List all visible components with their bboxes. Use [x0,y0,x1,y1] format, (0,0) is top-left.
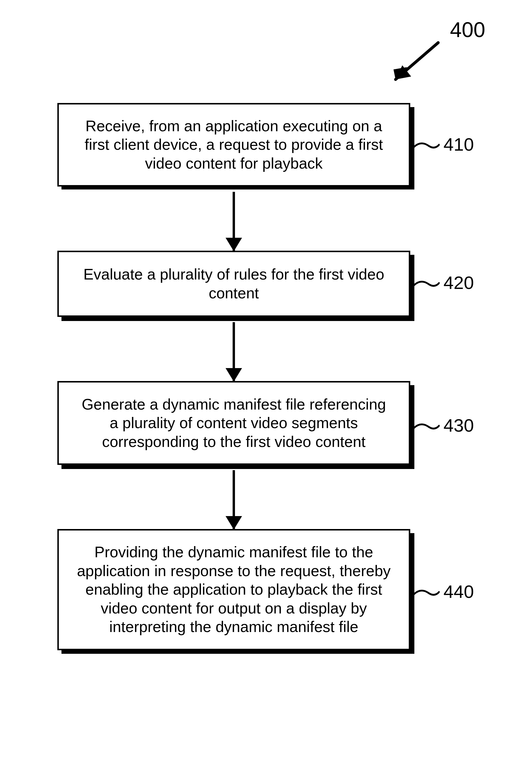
flow-step-box: Generate a dynamic manifest file referen… [57,381,410,465]
step-ref-label: 420 [443,272,474,293]
flow-step-box: Evaluate a plurality of rules for the fi… [57,251,410,317]
arrowhead-down-icon [226,368,242,381]
step-ref-label: 410 [443,134,474,155]
arrowhead-down-icon [226,238,242,251]
label-connector-icon [413,276,440,291]
flow-step-box: Providing the dynamic manifest file to t… [57,529,410,650]
flow-connector [233,192,235,251]
step-ref-label: 430 [443,415,474,436]
flow-step-box: Receive, from an application executing o… [57,103,410,186]
label-connector-icon [413,419,440,434]
label-connector-icon [413,138,440,153]
flow-step-1: Receive, from an application executing o… [57,103,410,186]
figure-number-label: 400 [450,18,485,42]
flow-step-2: Evaluate a plurality of rules for the fi… [57,251,410,317]
flowchart: Receive, from an application executing o… [57,103,410,650]
diagram-canvas: 400 Receive, from an application executi… [0,0,532,775]
flow-step-text: Evaluate a plurality of rules for the fi… [76,265,391,302]
flow-step-text: Generate a dynamic manifest file referen… [76,395,391,451]
flow-step-3: Generate a dynamic manifest file referen… [57,381,410,465]
step-ref-label: 440 [443,581,474,602]
flow-step-text: Receive, from an application executing o… [76,117,391,173]
flow-step-4: Providing the dynamic manifest file to t… [57,529,410,650]
flow-step-text: Providing the dynamic manifest file to t… [76,543,391,636]
label-connector-icon [413,586,440,600]
flow-connector [233,322,235,381]
flow-connector [233,470,235,529]
figure-pointer-arrow [379,38,444,91]
arrowhead-down-icon [226,516,242,530]
